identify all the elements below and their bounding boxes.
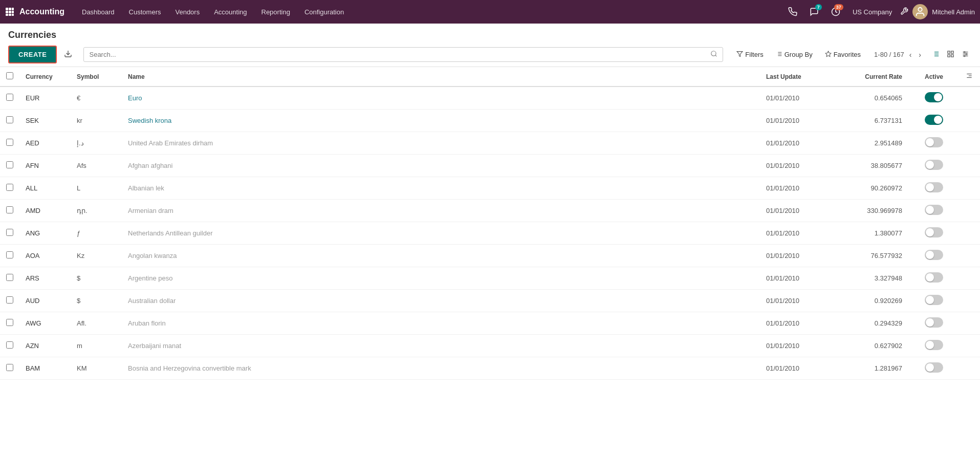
row-checkbox-cell[interactable]	[0, 245, 19, 267]
table-row[interactable]: AFN Afs Afghan afghani 01/01/2010 38.805…	[0, 155, 980, 177]
row-name[interactable]: Australian dollar	[122, 290, 760, 312]
row-checkbox[interactable]	[6, 341, 13, 349]
active-toggle[interactable]	[925, 205, 943, 215]
col-header-rate[interactable]: Current Rate	[832, 67, 908, 87]
row-checkbox-cell[interactable]	[0, 200, 19, 222]
row-checkbox[interactable]	[6, 229, 13, 236]
clock-icon-btn[interactable]: 37	[827, 3, 844, 20]
active-toggle[interactable]	[925, 160, 943, 170]
col-header-last-update[interactable]: Last Update	[760, 67, 832, 87]
active-toggle[interactable]	[925, 182, 943, 192]
row-checkbox-cell[interactable]	[0, 110, 19, 132]
apps-menu-button[interactable]	[5, 7, 14, 16]
active-toggle[interactable]	[925, 250, 943, 260]
nav-vendors[interactable]: Vendors	[168, 0, 207, 24]
row-active-cell[interactable]	[908, 177, 960, 200]
row-active-cell[interactable]	[908, 335, 960, 357]
row-currency[interactable]: AED	[19, 132, 71, 155]
col-header-symbol[interactable]: Symbol	[71, 67, 122, 87]
search-bar[interactable]	[83, 47, 723, 62]
row-checkbox[interactable]	[6, 364, 13, 371]
table-row[interactable]: AMD դր. Armenian dram 01/01/2010 330.969…	[0, 200, 980, 222]
adjust-columns-button[interactable]	[959, 49, 972, 61]
row-active-cell[interactable]	[908, 357, 960, 380]
col-header-currency[interactable]: Currency	[19, 67, 71, 87]
col-header-active[interactable]: Active	[908, 67, 960, 87]
nav-reporting[interactable]: Reporting	[254, 0, 297, 24]
table-row[interactable]: AOA Kz Angolan kwanza 01/01/2010 76.5779…	[0, 245, 980, 267]
row-checkbox-cell[interactable]	[0, 290, 19, 312]
col-header-settings[interactable]	[960, 67, 980, 87]
company-selector[interactable]: US Company	[848, 8, 896, 16]
search-input[interactable]	[89, 51, 710, 58]
active-toggle[interactable]	[925, 227, 943, 237]
row-currency[interactable]: ANG	[19, 222, 71, 245]
row-checkbox-cell[interactable]	[0, 132, 19, 155]
row-currency[interactable]: AMD	[19, 200, 71, 222]
table-row[interactable]: EUR € Euro 01/01/2010 0.654065	[0, 87, 980, 110]
kanban-view-button[interactable]	[944, 49, 957, 61]
import-button[interactable]	[61, 48, 75, 62]
active-toggle[interactable]	[925, 92, 943, 102]
nav-accounting[interactable]: Accounting	[207, 0, 254, 24]
nav-configuration[interactable]: Configuration	[297, 0, 351, 24]
list-view-button[interactable]	[929, 49, 942, 61]
row-name[interactable]: Angolan kwanza	[122, 245, 760, 267]
row-checkbox-cell[interactable]	[0, 357, 19, 380]
row-currency[interactable]: AFN	[19, 155, 71, 177]
avatar[interactable]	[912, 4, 928, 19]
row-name[interactable]: Albanian lek	[122, 177, 760, 200]
row-checkbox[interactable]	[6, 161, 13, 168]
active-toggle[interactable]	[925, 362, 943, 373]
row-currency[interactable]: BAM	[19, 357, 71, 380]
row-name[interactable]: Afghan afghani	[122, 155, 760, 177]
table-row[interactable]: AWG Afl. Aruban florin 01/01/2010 0.2943…	[0, 312, 980, 335]
row-active-cell[interactable]	[908, 312, 960, 335]
row-checkbox-cell[interactable]	[0, 177, 19, 200]
row-active-cell[interactable]	[908, 222, 960, 245]
row-name[interactable]: Azerbaijani manat	[122, 335, 760, 357]
row-checkbox-cell[interactable]	[0, 267, 19, 290]
row-currency[interactable]: SEK	[19, 110, 71, 132]
row-checkbox[interactable]	[6, 94, 13, 101]
settings-icon[interactable]	[900, 7, 908, 17]
row-currency[interactable]: AWG	[19, 312, 71, 335]
table-row[interactable]: AED د.إ United Arab Emirates dirham 01/0…	[0, 132, 980, 155]
col-header-name[interactable]: Name	[122, 67, 760, 87]
row-currency[interactable]: AUD	[19, 290, 71, 312]
row-currency[interactable]: EUR	[19, 87, 71, 110]
row-active-cell[interactable]	[908, 155, 960, 177]
next-page-button[interactable]: ›	[917, 50, 923, 60]
row-currency[interactable]: AZN	[19, 335, 71, 357]
filters-button[interactable]: Filters	[731, 48, 768, 61]
row-checkbox[interactable]	[6, 116, 13, 123]
nav-customers[interactable]: Customers	[122, 0, 168, 24]
row-active-cell[interactable]	[908, 267, 960, 290]
row-checkbox-cell[interactable]	[0, 155, 19, 177]
row-name[interactable]: Netherlands Antillean guilder	[122, 222, 760, 245]
active-toggle[interactable]	[925, 295, 943, 305]
favorites-button[interactable]: Favorites	[820, 48, 866, 61]
table-row[interactable]: ANG ƒ Netherlands Antillean guilder 01/0…	[0, 222, 980, 245]
table-row[interactable]: SEK kr Swedish krona 01/01/2010 6.737131	[0, 110, 980, 132]
row-currency[interactable]: AOA	[19, 245, 71, 267]
row-checkbox[interactable]	[6, 139, 13, 146]
row-checkbox[interactable]	[6, 319, 13, 326]
create-button[interactable]: CREATE	[8, 46, 57, 63]
active-toggle[interactable]	[925, 115, 943, 125]
row-name[interactable]: Aruban florin	[122, 312, 760, 335]
table-row[interactable]: AUD $ Australian dollar 01/01/2010 0.920…	[0, 290, 980, 312]
row-checkbox[interactable]	[6, 251, 13, 258]
row-checkbox[interactable]	[6, 206, 13, 213]
table-row[interactable]: ARS $ Argentine peso 01/01/2010 3.327948	[0, 267, 980, 290]
active-toggle[interactable]	[925, 272, 943, 283]
row-checkbox-cell[interactable]	[0, 222, 19, 245]
row-active-cell[interactable]	[908, 290, 960, 312]
nav-dashboard[interactable]: Dashboard	[75, 0, 122, 24]
row-name[interactable]: United Arab Emirates dirham	[122, 132, 760, 155]
table-row[interactable]: ALL L Albanian lek 01/01/2010 90.260972	[0, 177, 980, 200]
row-name[interactable]: Euro	[122, 87, 760, 110]
row-currency[interactable]: ALL	[19, 177, 71, 200]
row-currency[interactable]: ARS	[19, 267, 71, 290]
active-toggle[interactable]	[925, 317, 943, 328]
